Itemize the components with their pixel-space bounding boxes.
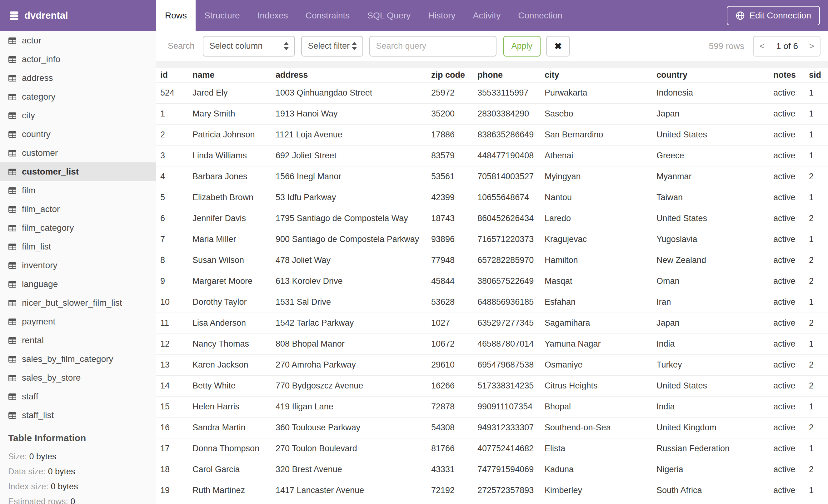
table-cell[interactable]: Mary Smith [193, 103, 276, 124]
table-cell[interactable]: Iran [657, 292, 773, 313]
table-cell[interactable]: 1 [809, 480, 828, 501]
table-cell[interactable]: active [773, 375, 809, 396]
table-cell[interactable]: 17 [156, 438, 193, 459]
table-cell[interactable]: Lisa Anderson [193, 313, 276, 333]
table-cell[interactable]: active [773, 145, 809, 166]
table-cell[interactable]: Laredo [545, 208, 657, 229]
table-cell[interactable]: 18743 [431, 208, 478, 229]
table-cell[interactable]: Donna Thompson [193, 438, 276, 459]
sidebar-item-sales_by_film_category[interactable]: sales_by_film_category [0, 350, 156, 368]
table-cell[interactable]: 53628 [431, 292, 478, 313]
table-cell[interactable]: Japan [657, 103, 773, 124]
table-cell[interactable]: active [773, 250, 809, 271]
current-page-indicator[interactable]: 1 of 6 [771, 37, 803, 56]
tab-connection[interactable]: Connection [509, 0, 571, 31]
column-header-notes[interactable]: notes [773, 68, 809, 83]
table-cell[interactable]: Maria Miller [193, 229, 276, 250]
table-cell[interactable]: 45844 [431, 271, 478, 292]
table-cell[interactable]: Jennifer Davis [193, 208, 276, 229]
table-cell[interactable]: 380657522649 [478, 271, 545, 292]
table-cell[interactable]: 18 [156, 459, 193, 480]
table-cell[interactable]: 2 [809, 417, 828, 438]
table-cell[interactable]: 9 [156, 271, 193, 292]
table-cell[interactable]: 2 [809, 459, 828, 480]
sidebar-item-film_actor[interactable]: film_actor [0, 200, 156, 219]
table-cell[interactable]: Russian Federation [657, 438, 773, 459]
table-cell[interactable]: India [657, 396, 773, 417]
table-cell[interactable]: 77948 [431, 250, 478, 271]
table-cell[interactable]: Japan [657, 313, 773, 333]
table-cell[interactable]: 1542 Tarlac Parkway [276, 313, 431, 333]
table-cell[interactable]: 1566 Inegl Manor [276, 166, 431, 187]
tab-history[interactable]: History [419, 0, 464, 31]
table-cell[interactable]: 695479687538 [478, 355, 545, 375]
column-header-address[interactable]: address [276, 68, 431, 83]
sidebar-item-address[interactable]: address [0, 69, 156, 87]
table-cell[interactable]: 990911107354 [478, 396, 545, 417]
table-cell[interactable]: Sasebo [545, 103, 657, 124]
sidebar-item-staff[interactable]: staff [0, 387, 156, 406]
table-cell[interactable]: 43331 [431, 459, 478, 480]
table-cell[interactable]: 1121 Loja Avenue [276, 124, 431, 145]
table-cell[interactable]: 42399 [431, 187, 478, 208]
sidebar-item-film_category[interactable]: film_category [0, 219, 156, 237]
table-cell[interactable]: Myanmar [657, 166, 773, 187]
table-cell[interactable]: Kimberley [545, 480, 657, 501]
table-cell[interactable]: 465887807014 [478, 333, 545, 355]
table-cell[interactable]: 270 Amroha Parkway [276, 355, 431, 375]
table-cell[interactable]: 35200 [431, 103, 478, 124]
table-cell[interactable]: Kragujevac [545, 229, 657, 250]
column-header-name[interactable]: name [193, 68, 276, 83]
sidebar-item-actor_info[interactable]: actor_info [0, 50, 156, 69]
table-cell[interactable]: 705814003527 [478, 166, 545, 187]
table-cell[interactable]: South Africa [657, 480, 773, 501]
table-cell[interactable]: Patricia Johnson [193, 124, 276, 145]
table-cell[interactable]: New Zealand [657, 250, 773, 271]
table-cell[interactable]: 2 [809, 271, 828, 292]
table-cell[interactable]: 25972 [431, 83, 478, 103]
table-cell[interactable]: 15 [156, 396, 193, 417]
table-cell[interactable]: United States [657, 124, 773, 145]
table-cell[interactable]: 747791594069 [478, 459, 545, 480]
table-cell[interactable]: active [773, 292, 809, 313]
table-cell[interactable]: 1003 Qinhuangdao Street [276, 83, 431, 103]
previous-page-button[interactable]: < [754, 37, 771, 56]
table-cell[interactable]: Susan Wilson [193, 250, 276, 271]
sidebar-item-nicer_but_slower_film_list[interactable]: nicer_but_slower_film_list [0, 293, 156, 312]
table-cell[interactable]: 10672 [431, 333, 478, 355]
table-cell[interactable]: 360 Toulouse Parkway [276, 417, 431, 438]
table-cell[interactable]: 270 Toulon Boulevard [276, 438, 431, 459]
table-cell[interactable]: 10 [156, 292, 193, 313]
table-cell[interactable]: 4 [156, 166, 193, 187]
table-cell[interactable]: 83579 [431, 145, 478, 166]
table-cell[interactable]: Indonesia [657, 83, 773, 103]
table-cell[interactable]: active [773, 333, 809, 355]
table-cell[interactable]: Linda Williams [193, 145, 276, 166]
table-cell[interactable]: 29610 [431, 355, 478, 375]
sidebar-item-category[interactable]: category [0, 87, 156, 106]
table-cell[interactable]: 613 Korolev Drive [276, 271, 431, 292]
table-cell[interactable]: Elizabeth Brown [193, 187, 276, 208]
table-cell[interactable]: 524 [156, 83, 193, 103]
column-header-sid[interactable]: sid [809, 68, 828, 83]
table-cell[interactable]: active [773, 396, 809, 417]
filter-select[interactable]: Select filter [301, 36, 363, 56]
table-cell[interactable]: San Bernardino [545, 124, 657, 145]
table-cell[interactable]: 53561 [431, 166, 478, 187]
table-cell[interactable]: active [773, 355, 809, 375]
table-cell[interactable]: 635297277345 [478, 313, 545, 333]
table-cell[interactable]: 657282285970 [478, 250, 545, 271]
table-cell[interactable]: 17886 [431, 124, 478, 145]
sidebar-item-sales_by_store[interactable]: sales_by_store [0, 368, 156, 387]
next-page-button[interactable]: > [803, 37, 820, 56]
sidebar-item-city[interactable]: city [0, 106, 156, 125]
table-cell[interactable]: 272572357893 [478, 480, 545, 501]
table-cell[interactable]: Yamuna Nagar [545, 333, 657, 355]
table-cell[interactable]: United States [657, 375, 773, 396]
table-cell[interactable]: Athenai [545, 145, 657, 166]
table-cell[interactable]: 19 [156, 480, 193, 501]
column-header-country[interactable]: country [657, 68, 773, 83]
table-cell[interactable]: 1 [156, 103, 193, 124]
table-cell[interactable]: 2 [809, 355, 828, 375]
table-cell[interactable]: Bhopal [545, 396, 657, 417]
